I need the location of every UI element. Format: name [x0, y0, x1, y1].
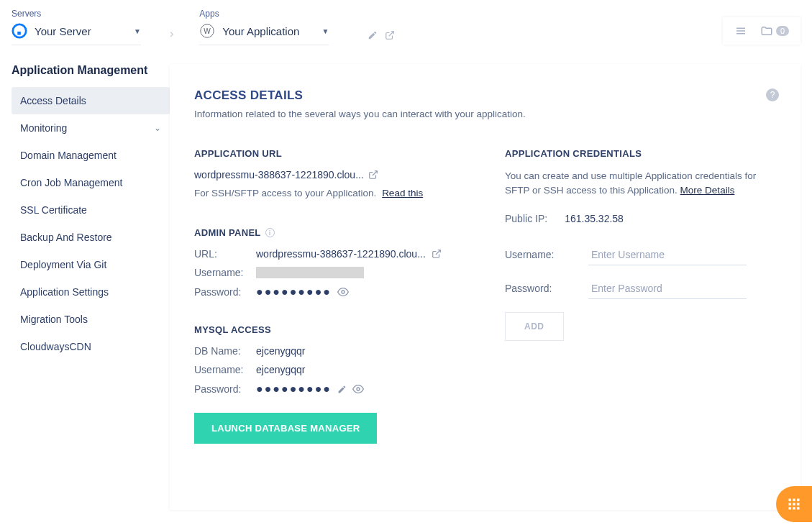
sidebar-item-cron-job-management[interactable]: Cron Job Management [12, 169, 170, 196]
section-credentials-heading: APPLICATION CREDENTIALS [505, 148, 776, 159]
svg-rect-17 [797, 503, 799, 505]
sidebar-item-migration-tools[interactable]: Migration Tools [12, 306, 170, 333]
main-panel: ? ACCESS DETAILS Information related to … [170, 64, 800, 510]
sidebar-item-application-settings[interactable]: Application Settings [12, 278, 170, 306]
mysql-username-value: ejcenygqqr [256, 364, 306, 375]
sidebar-item-backup-and-restore[interactable]: Backup And Restore [12, 224, 170, 251]
list-icon[interactable] [734, 24, 747, 37]
sidebar-item-label: Backup And Restore [20, 232, 112, 243]
sidebar-item-access-details[interactable]: Access Details [12, 87, 170, 114]
breadcrumb-bar: Servers Your Server ▼ › Apps W Your Appl… [0, 0, 812, 45]
jobs-badge: 0 [776, 26, 789, 36]
ssh-text: For SSH/SFTP access to your Application. [194, 188, 376, 198]
eye-icon[interactable] [337, 286, 349, 298]
svg-rect-15 [789, 503, 791, 505]
svg-point-0 [13, 24, 26, 37]
chevron-right-icon: › [170, 14, 173, 40]
sidebar-item-label: Monitoring [20, 122, 67, 134]
sidebar-heading: Application Management [12, 64, 170, 77]
app-url-value[interactable]: wordpressmu-388637-1221890.clou... [194, 169, 364, 181]
svg-rect-20 [797, 507, 799, 509]
admin-heading-text: ADMIN PANEL [194, 227, 261, 238]
external-link-icon[interactable] [385, 30, 395, 40]
info-icon[interactable]: i [265, 228, 275, 237]
sidebar-item-domain-management[interactable]: Domain Management [12, 142, 170, 169]
fab-button[interactable] [776, 486, 812, 522]
app-selector[interactable]: W Your Application ▼ [199, 23, 329, 45]
sidebar: Application Management Access DetailsMon… [12, 64, 170, 510]
svg-line-4 [389, 31, 393, 35]
cred-password-input[interactable] [588, 278, 747, 299]
svg-rect-13 [793, 499, 795, 501]
svg-rect-14 [797, 499, 799, 501]
admin-password-value: ●●●●●●●●● [256, 285, 332, 298]
server-selector-block: Servers Your Server ▼ [12, 9, 141, 45]
add-credential-button[interactable]: ADD [505, 312, 564, 341]
cred-username-input[interactable] [588, 245, 747, 265]
top-toolbar: 0 [723, 17, 800, 45]
server-name: Your Server [35, 25, 91, 37]
jobs-button[interactable]: 0 [760, 24, 789, 37]
mysql-dbname-value: ejcenygqqr [256, 345, 306, 357]
svg-rect-12 [789, 499, 791, 501]
caret-down-icon: ▼ [134, 27, 141, 35]
svg-text:W: W [204, 27, 211, 35]
eye-icon[interactable] [352, 383, 364, 395]
sidebar-item-label: Migration Tools [20, 314, 88, 325]
section-mysql-heading: MYSQL ACCESS [194, 324, 505, 335]
server-selector[interactable]: Your Server ▼ [12, 23, 141, 45]
app-name: Your Application [222, 25, 299, 37]
mysql-password-value: ●●●●●●●●● [256, 383, 332, 396]
sidebar-item-ssl-certificate[interactable]: SSL Certificate [12, 196, 170, 224]
sidebar-item-label: Application Settings [20, 286, 109, 298]
admin-url-label: URL: [194, 248, 256, 260]
svg-line-8 [373, 171, 377, 175]
page-subtitle: Information related to the several ways … [194, 109, 776, 119]
admin-username-value [256, 267, 364, 278]
svg-point-10 [342, 291, 345, 293]
launch-database-manager-button[interactable]: LAUNCH DATABASE MANAGER [194, 413, 377, 444]
chevron-down-icon: ⌄ [154, 123, 161, 133]
folder-icon [760, 24, 773, 37]
admin-url-value[interactable]: wordpressmu-388637-1221890.clou... [256, 248, 426, 260]
read-this-link[interactable]: Read this [382, 188, 423, 198]
public-ip-label: Public IP: [505, 213, 547, 224]
cred-username-label: Username: [505, 249, 588, 260]
section-admin-heading: ADMIN PANEL i [194, 227, 505, 238]
more-details-link[interactable]: More Details [680, 185, 735, 196]
sidebar-item-cloudwayscdn[interactable]: CloudwaysCDN [12, 333, 170, 360]
sidebar-item-deployment-via-git[interactable]: Deployment Via Git [12, 251, 170, 278]
app-selector-block: Apps W Your Application ▼ [199, 9, 329, 45]
mysql-password-label: Password: [194, 383, 256, 395]
sidebar-item-label: Cron Job Management [20, 177, 122, 188]
admin-username-label: Username: [194, 267, 256, 278]
sidebar-item-label: SSL Certificate [20, 204, 87, 216]
help-icon[interactable]: ? [766, 88, 779, 101]
caret-down-icon: ▼ [321, 27, 329, 35]
edit-icon[interactable] [368, 30, 378, 40]
svg-line-9 [436, 250, 440, 255]
sidebar-item-label: Deployment Via Git [20, 259, 106, 270]
apps-header: Apps [199, 9, 329, 19]
grid-icon [787, 497, 801, 511]
external-link-icon[interactable] [368, 170, 378, 180]
mysql-dbname-label: DB Name: [194, 345, 256, 357]
sidebar-item-label: CloudwaysCDN [20, 341, 91, 352]
mysql-username-label: Username: [194, 364, 256, 375]
sidebar-item-label: Domain Management [20, 150, 117, 161]
sidebar-item-label: Access Details [20, 95, 86, 106]
edit-icon[interactable] [337, 385, 347, 394]
cred-password-label: Password: [505, 283, 588, 294]
svg-rect-16 [793, 503, 795, 505]
sidebar-item-monitoring[interactable]: Monitoring⌄ [12, 114, 170, 142]
svg-rect-1 [17, 32, 21, 35]
section-application-url-heading: APPLICATION URL [194, 148, 505, 159]
external-link-icon[interactable] [432, 249, 442, 259]
page-title: ACCESS DETAILS [194, 88, 776, 103]
servers-header: Servers [12, 9, 141, 19]
public-ip-value: 161.35.32.58 [565, 213, 624, 224]
svg-point-11 [357, 388, 360, 390]
digitalocean-icon [12, 23, 27, 39]
admin-password-label: Password: [194, 286, 256, 298]
svg-rect-18 [789, 507, 791, 509]
